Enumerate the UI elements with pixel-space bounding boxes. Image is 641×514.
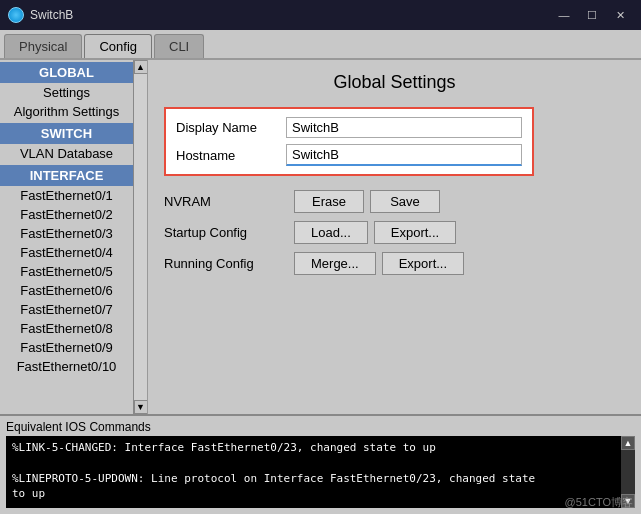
minimize-button[interactable]: — [551, 5, 577, 25]
nvram-label: NVRAM [164, 194, 294, 209]
tab-cli[interactable]: CLI [154, 34, 204, 58]
erase-button[interactable]: Erase [294, 190, 364, 213]
scroll-track [134, 74, 148, 400]
sidebar: GLOBAL Settings Algorithm Settings SWITC… [0, 60, 148, 414]
sidebar-item-fe10[interactable]: FastEthernet0/10 [0, 357, 133, 376]
log-area: Equivalent IOS Commands %LINK-5-CHANGED:… [0, 414, 641, 514]
sidebar-item-fe09[interactable]: FastEthernet0/9 [0, 338, 133, 357]
log-title: Equivalent IOS Commands [6, 420, 635, 434]
content-area: GLOBAL Settings Algorithm Settings SWITC… [0, 60, 641, 414]
sidebar-item-fe01[interactable]: FastEthernet0/1 [0, 186, 133, 205]
save-button[interactable]: Save [370, 190, 440, 213]
log-content: %LINK-5-CHANGED: Interface FastEthernet0… [6, 436, 635, 508]
form-section: Display Name Hostname [164, 107, 534, 176]
display-name-input[interactable] [286, 117, 522, 138]
main-window: Physical Config CLI GLOBAL Settings Algo… [0, 30, 641, 514]
tab-config[interactable]: Config [84, 34, 152, 58]
sidebar-item-fe07[interactable]: FastEthernet0/7 [0, 300, 133, 319]
watermark: @51CTO博客 [565, 495, 633, 510]
hostname-row: Hostname [176, 144, 522, 166]
sidebar-item-fe06[interactable]: FastEthernet0/6 [0, 281, 133, 300]
main-panel: Global Settings Display Name Hostname NV… [148, 60, 641, 414]
sidebar-item-fe04[interactable]: FastEthernet0/4 [0, 243, 133, 262]
display-name-label: Display Name [176, 120, 286, 135]
startup-label: Startup Config [164, 225, 294, 240]
nvram-row: NVRAM Erase Save [164, 190, 625, 213]
title-bar: SwitchB — ☐ ✕ [0, 0, 641, 30]
tab-bar: Physical Config CLI [0, 30, 641, 60]
startup-row: Startup Config Load... Export... [164, 221, 625, 244]
sidebar-item-fe03[interactable]: FastEthernet0/3 [0, 224, 133, 243]
sidebar-switch-header: SWITCH [0, 123, 133, 144]
sidebar-item-vlan[interactable]: VLAN Database [0, 144, 133, 163]
panel-title: Global Settings [164, 72, 625, 93]
sidebar-item-algorithm[interactable]: Algorithm Settings [0, 102, 133, 121]
hostname-input[interactable] [286, 144, 522, 166]
sidebar-global-header: GLOBAL [0, 62, 133, 83]
load-button[interactable]: Load... [294, 221, 368, 244]
running-label: Running Config [164, 256, 294, 271]
log-scroll-track [621, 450, 635, 494]
sidebar-item-settings[interactable]: Settings [0, 83, 133, 102]
window-title: SwitchB [30, 8, 73, 22]
maximize-button[interactable]: ☐ [579, 5, 605, 25]
title-bar-controls: — ☐ ✕ [551, 5, 633, 25]
scroll-up-arrow[interactable]: ▲ [134, 60, 148, 74]
hostname-label: Hostname [176, 148, 286, 163]
merge-button[interactable]: Merge... [294, 252, 376, 275]
display-name-row: Display Name [176, 117, 522, 138]
app-icon [8, 7, 24, 23]
sidebar-item-fe02[interactable]: FastEthernet0/2 [0, 205, 133, 224]
sidebar-item-fe08[interactable]: FastEthernet0/8 [0, 319, 133, 338]
running-row: Running Config Merge... Export... [164, 252, 625, 275]
close-button[interactable]: ✕ [607, 5, 633, 25]
sidebar-interface-header: INTERFACE [0, 165, 133, 186]
log-scroll-up[interactable]: ▲ [621, 436, 635, 450]
sidebar-scrollbar: ▲ ▼ [133, 60, 147, 414]
scroll-down-arrow[interactable]: ▼ [134, 400, 148, 414]
log-text: %LINK-5-CHANGED: Interface FastEthernet0… [12, 440, 619, 502]
export-running-button[interactable]: Export... [382, 252, 464, 275]
sidebar-item-fe05[interactable]: FastEthernet0/5 [0, 262, 133, 281]
tab-physical[interactable]: Physical [4, 34, 82, 58]
export-startup-button[interactable]: Export... [374, 221, 456, 244]
